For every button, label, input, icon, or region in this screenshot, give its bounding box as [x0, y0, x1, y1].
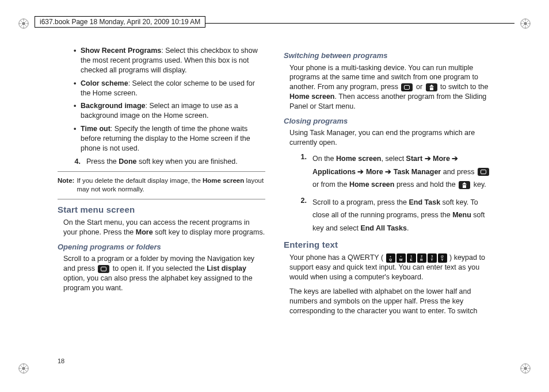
step-text: Press the Done soft key when you are fin… — [86, 157, 238, 167]
t: . — [407, 224, 409, 232]
step-number: 4. — [64, 157, 86, 167]
close-intro: Using Task Manager, you can end the prog… — [289, 128, 491, 148]
t: More — [136, 228, 153, 236]
step-text: Scroll to a program, press the End Task … — [312, 196, 491, 235]
t: Your phone has a QWERTY ( — [289, 253, 386, 262]
bullet-item: •Color scheme: Select the color scheme t… — [74, 79, 265, 98]
t: Menu — [452, 211, 471, 219]
t: End Task — [409, 198, 440, 206]
corner-ornament-bl — [17, 362, 30, 375]
divider — [58, 199, 265, 199]
t: or — [414, 83, 424, 91]
center-key-icon — [401, 83, 413, 91]
qwerty-key-icon: 1E — [407, 253, 416, 263]
enter-p1: Your phone has a QWERTY ( +Q•W1E2R3T@Y )… — [289, 253, 491, 282]
svg-point-3 — [524, 22, 527, 25]
corner-ornament-tr — [519, 17, 532, 30]
t: Scroll to a program, press the — [312, 198, 409, 206]
t: , select — [382, 155, 406, 163]
t: Home screen — [289, 93, 335, 101]
switch-para: Your phone is a multi-tasking device. Yo… — [289, 63, 491, 112]
t: If you delete the default display image,… — [77, 177, 203, 184]
t: or from the — [312, 180, 349, 189]
note-label: Note: — [58, 176, 77, 194]
t: option, you can also press the alphabet … — [63, 274, 253, 292]
qwerty-key-icon: 3T — [428, 253, 437, 263]
note-body: If you delete the default display image,… — [77, 176, 265, 194]
enter-p2: The keys are labelled with alphabet on t… — [289, 287, 491, 316]
t: and press — [441, 168, 476, 176]
t: key. — [471, 180, 486, 189]
t: to open it. If you selected the — [110, 264, 207, 272]
qwerty-key-icons: +Q•W1E2R3T@Y — [386, 253, 448, 262]
corner-ornament-tl — [17, 17, 30, 30]
right-column: Switching between programs Your phone is… — [284, 46, 491, 358]
note: Note: If you delete the default display … — [58, 176, 265, 194]
heading-switching: Switching between programs — [284, 51, 491, 61]
bullet-dot: • — [74, 46, 81, 75]
qwerty-key-icon: •W — [396, 253, 406, 263]
qwerty-key-icon: @Y — [438, 253, 447, 263]
svg-point-7 — [524, 367, 527, 370]
bullet-text: Show Recent Programs: Select this checkb… — [81, 46, 265, 75]
home-key-icon — [459, 181, 470, 189]
qwerty-key-icon: 2R — [417, 253, 426, 263]
print-header: i637.book Page 18 Monday, April 20, 2009… — [35, 16, 205, 28]
t: Home screen — [203, 177, 244, 184]
t: Press the — [86, 157, 119, 166]
bullet-item: •Show Recent Programs: Select this check… — [74, 46, 265, 75]
heading-closing: Closing programs — [284, 116, 491, 126]
bullet-item: •Background image: Select an image to us… — [74, 101, 265, 121]
heading-entering-text: Entering text — [284, 239, 491, 251]
bullet-item: •Time out: Specify the length of time th… — [74, 124, 265, 153]
step-text: On the Home screen, select Start ➔ More … — [312, 152, 491, 191]
t: Home screen — [336, 155, 382, 163]
bullet-dot: • — [74, 79, 81, 98]
open-para: Scroll to a program or a folder by movin… — [63, 254, 265, 293]
t: List display — [207, 264, 246, 272]
divider — [58, 171, 265, 172]
t: On the — [312, 155, 336, 163]
corner-ornament-br — [519, 362, 532, 375]
bullet-text: Color scheme: Select the color scheme to… — [81, 79, 265, 98]
svg-point-5 — [22, 367, 25, 370]
t: to switch to the — [439, 83, 489, 91]
center-key-icon — [478, 168, 489, 176]
heading-start-menu: Start menu screen — [58, 204, 265, 216]
t: soft key to display more programs. — [153, 228, 265, 236]
t: End All Tasks — [360, 224, 407, 232]
step-4: 4. Press the Done soft key when you are … — [64, 157, 265, 167]
left-column: •Show Recent Programs: Select this check… — [58, 46, 265, 358]
step-number: 2. — [291, 196, 312, 235]
page-number: 18 — [58, 358, 64, 364]
t: Done — [119, 157, 136, 166]
close-step-1: 1. On the Home screen, select Start ➔ Mo… — [291, 152, 491, 191]
t: soft key when you are finished. — [137, 157, 238, 166]
start-menu-para: On the Start menu, you can access the re… — [63, 218, 265, 237]
bullet-dot: • — [74, 124, 81, 153]
center-key-icon — [98, 265, 109, 273]
t: press and hold the — [394, 180, 458, 189]
bullet-dot: • — [74, 101, 81, 121]
heading-opening-programs: Opening programs or folders — [58, 242, 265, 252]
page-body: •Show Recent Programs: Select this check… — [58, 46, 491, 358]
bullet-text: Time out: Specify the length of time the… — [81, 124, 265, 153]
qwerty-key-icon: +Q — [386, 253, 395, 263]
t: Home screen — [349, 180, 395, 189]
bullet-text: Background image: Select an image to use… — [81, 101, 265, 121]
home-key-icon — [426, 83, 437, 91]
step-number: 1. — [291, 152, 312, 191]
close-step-2: 2. Scroll to a program, press the End Ta… — [291, 196, 491, 235]
svg-point-1 — [22, 22, 25, 25]
